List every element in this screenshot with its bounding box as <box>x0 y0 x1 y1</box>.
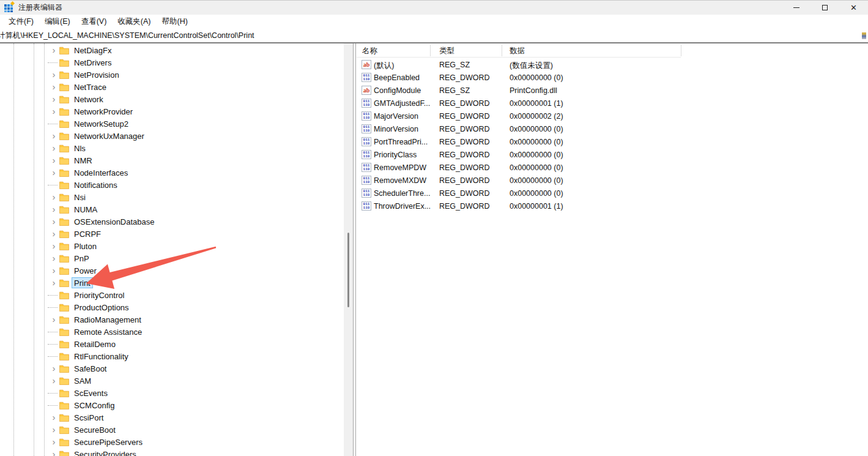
registry-value-row[interactable]: 011110RemoveMXDWREG_DWORD0x00000000 (0) <box>357 174 868 187</box>
registry-value-row[interactable]: 011110PortThreadPri...REG_DWORD0x0000000… <box>357 136 868 149</box>
tree-item-pluton[interactable]: ›Pluton <box>0 240 344 252</box>
column-divider[interactable] <box>681 45 681 56</box>
maximize-button[interactable] <box>811 1 839 15</box>
menu-view[interactable]: 查看(V) <box>76 15 113 28</box>
chevron-right-icon[interactable]: › <box>50 45 57 56</box>
column-header-0[interactable]: 名称 <box>362 46 377 56</box>
tree-item-network[interactable]: ›Network <box>0 93 344 105</box>
registry-value-row[interactable]: 011110GMTAdjustedF...REG_DWORD0x00000001… <box>357 97 868 110</box>
folder-icon <box>59 266 69 274</box>
tree-item-nmr[interactable]: ›NMR <box>0 154 344 166</box>
tree-item-networkuxmanager[interactable]: ›NetworkUxManager <box>0 130 344 142</box>
tree-item-remote-assistance[interactable]: Remote Assistance <box>0 326 344 338</box>
column-header-1[interactable]: 类型 <box>439 46 454 56</box>
menu-favorites[interactable]: 收藏夹(A) <box>112 15 156 28</box>
address-bar[interactable]: 计算机\HKEY_LOCAL_MACHINE\SYSTEM\CurrentCon… <box>0 29 868 43</box>
registry-value-row[interactable]: 011110BeepEnabledREG_DWORD0x00000000 (0) <box>357 72 868 84</box>
chevron-right-icon[interactable]: › <box>50 94 57 105</box>
tree-item-securityproviders[interactable]: ›SecurityProviders <box>0 448 344 456</box>
close-button[interactable]: ✕ <box>839 1 868 15</box>
tree-item-safeboot[interactable]: ›SafeBoot <box>0 362 344 375</box>
tree-scrollbar[interactable] <box>344 43 353 456</box>
chevron-right-icon[interactable]: › <box>50 363 57 374</box>
tree-item-sam[interactable]: ›SAM <box>0 375 344 387</box>
registry-value-row[interactable]: 011110SchedulerThre...REG_DWORD0x0000000… <box>357 187 868 200</box>
chevron-right-icon[interactable]: › <box>50 167 57 178</box>
chevron-right-icon[interactable]: › <box>50 424 57 435</box>
chevron-right-icon[interactable]: › <box>50 81 57 92</box>
tree-item-securepipeservers[interactable]: ›SecurePipeServers <box>0 436 344 448</box>
tree-item-pcrpf[interactable]: ›PCRPF <box>0 228 344 240</box>
column-divider[interactable] <box>502 45 502 56</box>
tree-item-networksetup2[interactable]: NetworkSetup2 <box>0 118 344 130</box>
tree-item-pnp[interactable]: ›PnP <box>0 252 344 264</box>
address-path[interactable]: 计算机\HKEY_LOCAL_MACHINE\SYSTEM\CurrentCon… <box>0 31 254 41</box>
chevron-right-icon[interactable]: › <box>50 253 57 264</box>
chevron-right-icon[interactable]: › <box>50 69 57 80</box>
tree-item-label: ProductOptions <box>72 302 132 313</box>
tree-item-nsi[interactable]: ›Nsi <box>0 191 344 203</box>
chevron-right-icon[interactable]: › <box>50 241 57 252</box>
registry-value-row[interactable]: ab(默认)REG_SZ(数值未设置) <box>357 59 868 72</box>
chevron-right-icon[interactable]: › <box>50 130 57 141</box>
minimize-button[interactable] <box>782 1 811 15</box>
folder-icon <box>59 376 69 384</box>
chevron-right-icon[interactable]: › <box>50 228 57 239</box>
tree-item-scevents[interactable]: ScEvents <box>0 387 344 399</box>
tree-item-nodeinterfaces[interactable]: ›NodeInterfaces <box>0 166 344 179</box>
menu-help[interactable]: 帮助(H) <box>156 15 193 28</box>
tree-item-netdiagfx[interactable]: ›NetDiagFx <box>0 44 344 56</box>
chevron-right-icon[interactable]: › <box>50 412 57 423</box>
chevron-right-icon[interactable]: › <box>50 192 57 203</box>
chevron-right-icon[interactable]: › <box>50 204 57 215</box>
tree-item-nettrace[interactable]: ›NetTrace <box>0 81 344 93</box>
tree-item-netprovision[interactable]: ›NetProvision <box>0 69 344 81</box>
chevron-right-icon[interactable]: › <box>50 277 57 288</box>
chevron-right-icon[interactable]: › <box>50 265 57 276</box>
tree-item-nls[interactable]: ›Nls <box>0 142 344 154</box>
reg-dword-icon: 011110 <box>362 137 371 146</box>
menu-file[interactable]: 文件(F) <box>3 15 39 28</box>
registry-value-row[interactable]: 011110MajorVersionREG_DWORD0x00000002 (2… <box>357 110 868 123</box>
chevron-right-icon[interactable]: › <box>50 143 57 154</box>
tree-scrollbar-thumb[interactable] <box>347 233 349 307</box>
chevron-right-icon[interactable]: › <box>50 314 57 325</box>
chevron-right-icon[interactable]: › <box>50 436 57 447</box>
tree-item-netdrivers[interactable]: NetDrivers <box>0 56 344 69</box>
chevron-right-icon[interactable]: › <box>50 449 57 456</box>
tree-item-label: Network <box>72 94 106 105</box>
tree-item-label: SecurePipeServers <box>72 436 145 447</box>
tree-item-radiomanagement[interactable]: ›RadioManagement <box>0 313 344 326</box>
registry-value-row[interactable]: 011110PriorityClassREG_DWORD0x00000000 (… <box>357 149 868 162</box>
panel-splitter[interactable] <box>353 43 356 456</box>
tree-item-notifications[interactable]: Notifications <box>0 179 344 191</box>
tree-item-numa[interactable]: ›NUMA <box>0 203 344 215</box>
registry-value-row[interactable]: 011110ThrowDriverEx...REG_DWORD0x0000000… <box>357 200 868 213</box>
value-type: REG_DWORD <box>439 138 490 146</box>
tree-item-power[interactable]: ›Power <box>0 264 344 277</box>
tree-item-osextensiondatabase[interactable]: ›OSExtensionDatabase <box>0 215 344 228</box>
tree-item-secureboot[interactable]: ›SecureBoot <box>0 424 344 436</box>
tree-item-print[interactable]: ›Print <box>0 277 344 289</box>
tree-item-rtlfunctionality[interactable]: RtlFunctionality <box>0 350 344 362</box>
chevron-right-icon[interactable]: › <box>50 155 57 166</box>
reg-dword-icon: 011110 <box>362 201 371 211</box>
tree-item-retaildemo[interactable]: RetailDemo <box>0 338 344 350</box>
tree-item-scmconfig[interactable]: SCMConfig <box>0 399 344 411</box>
chevron-right-icon[interactable]: › <box>50 216 57 227</box>
tree-item-networkprovider[interactable]: ›NetworkProvider <box>0 105 344 118</box>
chevron-right-icon[interactable]: › <box>50 375 57 386</box>
column-divider[interactable] <box>430 45 431 56</box>
column-header-2[interactable]: 数据 <box>510 46 525 56</box>
registry-value-row[interactable]: 011110RemoveMPDWREG_DWORD0x00000000 (0) <box>357 162 868 174</box>
value-type: REG_DWORD <box>439 112 490 121</box>
registry-value-row[interactable]: abConfigModuleREG_SZPrintConfig.dll <box>357 84 868 97</box>
menu-edit[interactable]: 编辑(E) <box>39 15 76 28</box>
tree-connector-line <box>48 62 57 63</box>
cursor-artifact-icon <box>862 32 866 39</box>
tree-item-prioritycontrol[interactable]: PriorityControl <box>0 289 344 301</box>
tree-item-productoptions[interactable]: ProductOptions <box>0 301 344 313</box>
chevron-right-icon[interactable]: › <box>50 106 57 117</box>
tree-item-scsiport[interactable]: ›ScsiPort <box>0 411 344 424</box>
registry-value-row[interactable]: 011110MinorVersionREG_DWORD0x00000000 (0… <box>357 123 868 136</box>
